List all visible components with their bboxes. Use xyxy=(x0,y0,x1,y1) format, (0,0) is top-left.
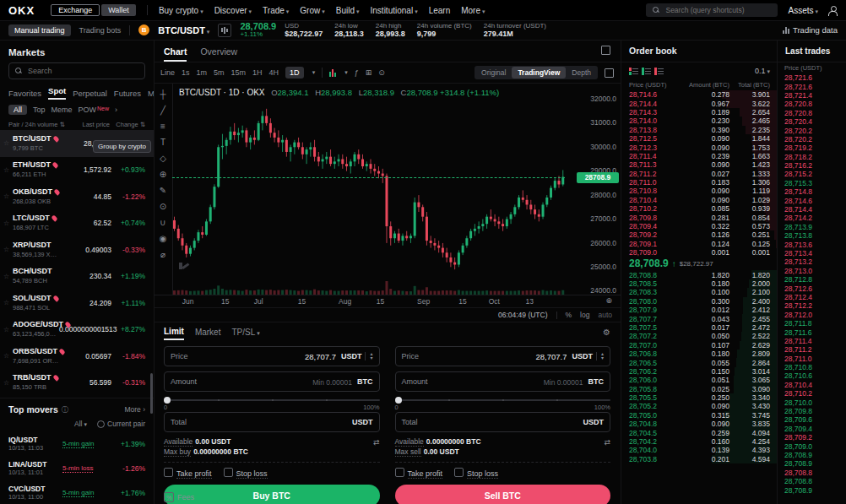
trade-row[interactable]: 28,711.6 xyxy=(778,328,846,336)
tab-tpsl[interactable]: TP/SL▾ xyxy=(231,328,259,337)
trade-row[interactable]: 28,714.4 xyxy=(778,205,846,214)
log-scale-button[interactable]: log xyxy=(580,311,589,319)
tab-perpetual[interactable]: Perpetual xyxy=(73,89,107,98)
orderbook-bid-row[interactable]: 28,704.80.0903.835 xyxy=(621,420,778,428)
precision-selector[interactable]: 0.1▾ xyxy=(755,67,770,75)
chevron-down-icon[interactable]: ▾ xyxy=(344,69,348,76)
sell-amount-field[interactable]: Amount BTC xyxy=(395,371,611,392)
trade-row[interactable]: 28,713.0 xyxy=(778,267,846,275)
buy-amount-slider[interactable]: 0 100% xyxy=(164,397,380,409)
orderbook-bid-row[interactable]: 28,707.90.0122.412 xyxy=(621,306,778,314)
buy-amount-field[interactable]: Amount BTC xyxy=(164,371,380,392)
trade-row[interactable]: 28,708.9 xyxy=(778,451,846,459)
sell-total-input[interactable] xyxy=(421,417,580,428)
orderbook-bid-row[interactable]: 28,707.20.0502.522 xyxy=(621,332,778,340)
orderbook-ask-row[interactable]: 28,713.80.3902.235 xyxy=(621,126,778,134)
pattern-tool-icon[interactable]: ◇ xyxy=(160,154,166,163)
trade-row[interactable]: 28,711.0 xyxy=(778,355,846,363)
top-movers-more-link[interactable]: More › xyxy=(124,405,145,414)
global-search-input[interactable] xyxy=(664,5,760,15)
buy-price-input[interactable] xyxy=(192,351,338,362)
tab-chart[interactable]: Chart xyxy=(164,46,187,62)
timeframe-4h[interactable]: 4H xyxy=(269,68,279,77)
timeframe-line[interactable]: Line xyxy=(160,68,175,77)
tab-spot[interactable]: Spot xyxy=(48,86,66,100)
slider-knob[interactable] xyxy=(395,397,402,404)
trade-row[interactable]: 28,713.8 xyxy=(778,231,846,240)
trade-row[interactable]: 28,711.8 xyxy=(778,319,846,328)
favorite-star-icon[interactable]: ☆ xyxy=(3,219,13,227)
trade-row[interactable]: 28,712.0 xyxy=(778,311,846,319)
mini-chart-icon[interactable] xyxy=(218,24,231,37)
trade-row[interactable]: 28,721.6 xyxy=(778,82,846,90)
buy-total-field[interactable]: Total USDT xyxy=(164,412,380,432)
chart-clock[interactable]: 06:04:49 (UTC) xyxy=(498,311,548,319)
trade-row[interactable]: 28,719.2 xyxy=(778,144,846,152)
tab-limit[interactable]: Limit xyxy=(164,324,184,340)
orderbook-ask-row[interactable]: 28,711.00.1831.306 xyxy=(621,178,778,187)
okx-logo[interactable]: OKX xyxy=(8,4,35,17)
trade-row[interactable]: 28,721.6 xyxy=(778,73,846,82)
market-row[interactable]: ☆TRB/USDT85,150 TRB56.599-0.31% xyxy=(0,370,154,397)
orderbook-ask-row[interactable]: 28,709.20.1260.251 xyxy=(621,230,778,239)
movers-filter-all[interactable]: All▾ xyxy=(74,420,87,428)
favorite-star-icon[interactable]: ☆ xyxy=(3,352,13,360)
trade-row[interactable]: 28,712.6 xyxy=(778,284,846,292)
orderbook-ask-row[interactable]: 28,710.40.0901.029 xyxy=(621,196,778,204)
trade-row[interactable]: 28,713.2 xyxy=(778,257,846,266)
trade-row[interactable]: 28,711.4 xyxy=(778,337,846,345)
col-change[interactable]: Change ⇅ xyxy=(110,121,145,128)
buy-stop-loss-checkbox[interactable]: Stop loss xyxy=(224,468,268,478)
screenshot-icon[interactable] xyxy=(605,68,614,78)
trade-row[interactable]: 28,720.8 xyxy=(778,109,846,117)
timeframe-15m[interactable]: 15m xyxy=(231,68,247,77)
sell-price-field[interactable]: Price USDT ▴▾ xyxy=(395,346,611,366)
chip-meme[interactable]: Meme xyxy=(52,106,73,114)
price-stepper[interactable]: ▴▾ xyxy=(596,352,604,360)
trade-row[interactable]: 28,710.0 xyxy=(778,398,846,406)
sell-amount-input[interactable] xyxy=(431,377,585,387)
tab-market[interactable]: Market xyxy=(195,328,221,337)
book-mode-all-icon[interactable] xyxy=(629,68,638,75)
trading-data-link[interactable]: Trading data xyxy=(783,25,838,35)
orderbook-bid-row[interactable]: 28,708.00.3002.400 xyxy=(621,297,778,306)
orderbook-ask-row[interactable]: 28,714.40.9673.622 xyxy=(621,99,778,107)
auto-scale-button[interactable]: auto xyxy=(598,311,612,319)
nav-item-trade[interactable]: Trade▾ xyxy=(263,6,289,15)
orderbook-bid-row[interactable]: 28,706.00.0513.065 xyxy=(621,376,778,384)
chip-pow[interactable]: POWNew xyxy=(79,106,110,114)
timeframe-1s[interactable]: 1s xyxy=(182,68,190,77)
tab-favorites[interactable]: Favorites xyxy=(8,89,41,98)
timeframe-5m[interactable]: 5m xyxy=(214,68,225,77)
trade-row[interactable]: 28,708.8 xyxy=(778,469,846,477)
manual-trading-tab[interactable]: Manual trading xyxy=(8,24,71,36)
buy-total-input[interactable] xyxy=(190,417,349,428)
orderbook-ask-row[interactable]: 28,709.80.2810.854 xyxy=(621,213,778,221)
orderbook-bid-row[interactable]: 28,704.00.1394.393 xyxy=(621,446,778,454)
favorite-star-icon[interactable]: ☆ xyxy=(3,139,13,147)
top-mover-row[interactable]: IQ/USDT10/13, 11:035-min gain+1.39% xyxy=(0,431,154,456)
sidebar-scrollbar[interactable] xyxy=(150,373,153,414)
favorite-star-icon[interactable]: ☆ xyxy=(3,166,13,174)
percent-scale-button[interactable]: % xyxy=(566,311,572,319)
trade-row[interactable]: 28,713.9 xyxy=(778,223,846,231)
orderbook-bid-row[interactable]: 28,704.20.1604.254 xyxy=(621,437,778,446)
timeframe-1m[interactable]: 1m xyxy=(197,68,208,77)
camera-icon[interactable]: ⊙ xyxy=(378,68,385,77)
trade-row[interactable]: 28,709.8 xyxy=(778,407,846,415)
exchange-toggle-button[interactable]: Exchange xyxy=(51,4,100,16)
provider-depth[interactable]: Depth xyxy=(566,67,597,79)
orderbook-bid-row[interactable]: 28,706.50.0552.864 xyxy=(621,358,778,366)
trade-row[interactable]: 28,708.9 xyxy=(778,485,846,494)
measure-tool-icon[interactable]: ⊙ xyxy=(160,203,166,211)
favorite-star-icon[interactable]: ☆ xyxy=(3,192,13,200)
orderbook-ask-row[interactable]: 28,714.30.1892.654 xyxy=(621,108,778,117)
trade-row[interactable]: 28,714.8 xyxy=(778,187,846,196)
orderbook-ask-row[interactable]: 28,714.00.2302.465 xyxy=(621,117,778,125)
market-row[interactable]: ☆BCH/USDT54,789 BCH230.34+1.19% xyxy=(0,263,154,290)
trade-row[interactable]: 28,714.2 xyxy=(778,214,846,222)
col-pair-volume[interactable]: Pair / 24h volume ⇅ xyxy=(8,121,66,128)
brush-tool-icon[interactable]: ✎ xyxy=(160,187,166,195)
orderbook-bid-row[interactable]: 28,705.00.3153.745 xyxy=(621,411,778,420)
nav-item-buy-crypto[interactable]: Buy crypto▾ xyxy=(159,6,203,15)
